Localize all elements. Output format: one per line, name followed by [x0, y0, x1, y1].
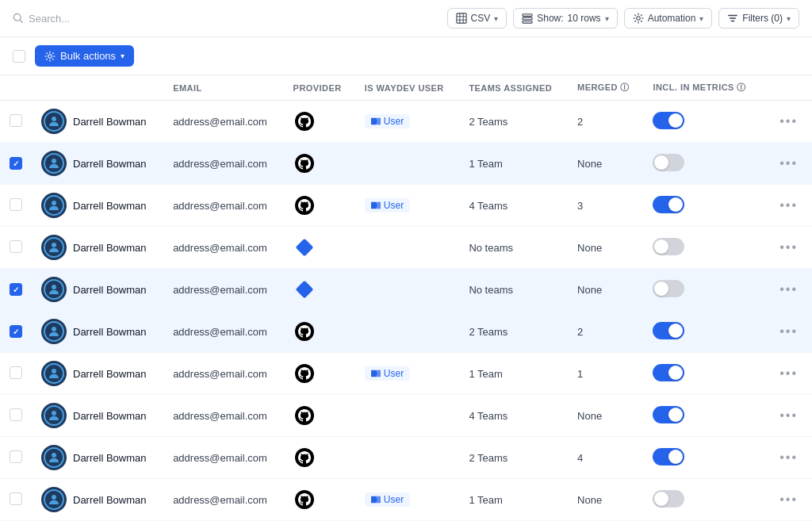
flag-icon	[371, 201, 381, 209]
merged-text: None	[577, 284, 602, 296]
table-icon	[456, 13, 467, 24]
metrics-toggle[interactable]	[653, 112, 684, 129]
user-cell: Darrell Bowman	[41, 487, 154, 512]
avatar	[41, 361, 67, 386]
bulk-gear-icon	[44, 51, 56, 62]
provider-icon	[293, 446, 316, 469]
automation-button[interactable]: Automation ▾	[624, 8, 713, 29]
rows-icon	[522, 13, 533, 24]
user-cell: Darrell Bowman	[41, 445, 154, 470]
row-checkbox[interactable]	[10, 240, 22, 253]
row-checkbox[interactable]	[10, 157, 22, 170]
search-icon	[13, 13, 24, 24]
select-all-checkbox[interactable]	[13, 50, 25, 63]
provider-icon	[293, 488, 316, 511]
user-cell: Darrell Bowman	[41, 319, 154, 344]
csv-label: CSV	[471, 13, 491, 24]
waydev-badge: User	[365, 366, 410, 381]
row-checkbox[interactable]	[10, 283, 22, 296]
more-options-button[interactable]: •••	[775, 447, 802, 468]
waydev-badge: User	[365, 198, 410, 213]
teams-text: 4 Teams	[469, 200, 508, 212]
filters-label: Filters (0)	[742, 13, 783, 24]
user-name: Darrell Bowman	[73, 200, 146, 212]
user-name: Darrell Bowman	[73, 116, 146, 128]
svg-rect-8	[523, 17, 532, 20]
email-text: address@email.com	[173, 326, 267, 338]
row-checkbox[interactable]	[10, 325, 22, 338]
diamond-icon	[297, 239, 312, 255]
row-checkbox[interactable]	[10, 366, 22, 379]
th-name	[32, 75, 163, 101]
metrics-toggle[interactable]	[653, 490, 684, 508]
metrics-toggle[interactable]	[653, 322, 684, 339]
user-cell: Darrell Bowman	[41, 361, 154, 386]
flag-icon	[371, 117, 381, 125]
user-name: Darrell Bowman	[73, 284, 146, 296]
waydev-badge: User	[365, 492, 410, 507]
merged-text: 3	[577, 200, 583, 212]
svg-point-14	[52, 159, 56, 163]
merged-text: 2	[577, 326, 583, 338]
th-checkbox	[0, 75, 32, 101]
metrics-toggle[interactable]	[653, 196, 684, 213]
more-options-button[interactable]: •••	[775, 321, 802, 342]
flag-icon	[371, 496, 381, 504]
more-options-button[interactable]: •••	[775, 111, 802, 132]
bulk-actions-label: Bulk actions	[60, 50, 116, 62]
row-checkbox[interactable]	[10, 492, 22, 505]
github-icon	[295, 406, 314, 425]
teams-text: 1 Team	[469, 368, 502, 380]
toolbar-right: CSV ▾ Show: 10 rows ▾ Automation ▾	[447, 8, 799, 29]
search-input[interactable]	[29, 13, 187, 25]
table-row: Darrell Bowman address@email.com No team…	[0, 227, 812, 269]
table-header-row: EMAIL PROVIDER IS WAYDEV USER TEAMS ASSI…	[0, 75, 812, 101]
more-options-button[interactable]: •••	[775, 363, 802, 384]
github-icon	[295, 448, 314, 467]
th-teams: TEAMS ASSIGNED	[459, 75, 568, 101]
bulk-actions-button[interactable]: Bulk actions ▾	[35, 45, 134, 67]
more-options-button[interactable]: •••	[775, 489, 802, 510]
row-checkbox[interactable]	[10, 408, 22, 421]
provider-icon	[293, 404, 316, 427]
metrics-toggle[interactable]	[653, 154, 684, 171]
metrics-toggle[interactable]	[653, 448, 684, 465]
row-checkbox[interactable]	[10, 198, 22, 211]
more-options-button[interactable]: •••	[775, 405, 802, 426]
user-name: Darrell Bowman	[73, 326, 146, 338]
row-checkbox[interactable]	[10, 114, 22, 127]
email-text: address@email.com	[173, 200, 267, 212]
show-rows-button[interactable]: Show: 10 rows ▾	[513, 8, 617, 29]
automation-label: Automation	[648, 13, 696, 24]
metrics-toggle[interactable]	[653, 406, 684, 423]
table-row: Darrell Bowman address@email.com 1 TeamN…	[0, 143, 812, 185]
row-checkbox[interactable]	[10, 450, 22, 463]
more-options-button[interactable]: •••	[775, 279, 802, 300]
email-text: address@email.com	[173, 158, 267, 170]
metrics-toggle[interactable]	[653, 280, 684, 297]
github-icon	[295, 490, 314, 509]
svg-point-24	[52, 495, 56, 500]
teams-text: 1 Team	[469, 158, 502, 170]
svg-rect-7	[523, 14, 532, 17]
metrics-toggle[interactable]	[653, 364, 684, 381]
table-row: Darrell Bowman address@email.com User 2 …	[0, 101, 812, 143]
filters-button[interactable]: Filters (0) ▾	[718, 8, 799, 29]
th-merged: MERGED ⓘ	[568, 75, 643, 101]
provider-icon	[293, 278, 316, 301]
more-options-button[interactable]: •••	[775, 153, 802, 174]
more-options-button[interactable]: •••	[775, 237, 802, 258]
svg-rect-13	[376, 118, 381, 125]
teams-text: No teams	[469, 284, 513, 296]
provider-icon	[293, 110, 316, 132]
avatar	[41, 235, 67, 260]
user-name: Darrell Bowman	[73, 368, 146, 380]
csv-button[interactable]: CSV ▾	[447, 8, 508, 29]
svg-point-22	[52, 411, 56, 416]
gear-icon	[633, 13, 644, 24]
github-icon	[295, 322, 314, 341]
metrics-toggle[interactable]	[653, 238, 684, 255]
svg-point-23	[52, 453, 56, 458]
csv-chevron: ▾	[494, 14, 498, 23]
more-options-button[interactable]: •••	[775, 195, 802, 216]
